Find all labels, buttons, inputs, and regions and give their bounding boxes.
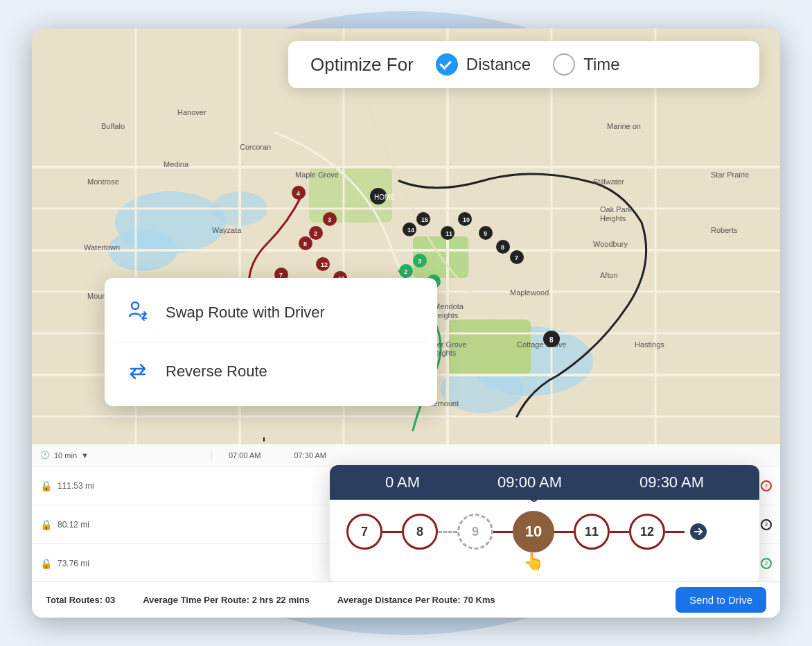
- svg-text:HOME: HOME: [374, 193, 395, 201]
- optimize-panel: Optimize For Distance Time: [288, 41, 759, 88]
- timeline-time-1: 09:00 AM: [497, 473, 562, 491]
- time-radio: [553, 53, 575, 76]
- svg-text:Afton: Afton: [600, 271, 618, 279]
- svg-text:Hastings: Hastings: [635, 340, 664, 349]
- svg-text:8: 8: [549, 336, 554, 344]
- timeline-panel: 0 AM 09:00 AM 09:30 AM 7 8 9: [330, 465, 759, 583]
- main-container: Buffalo Hanover Montrose Medina Corcoran…: [32, 28, 780, 618]
- swap-route-label: Swap Route with Driver: [166, 304, 325, 322]
- svg-text:3: 3: [328, 216, 331, 223]
- svg-text:Stillwater: Stillwater: [593, 177, 624, 186]
- svg-text:14: 14: [407, 227, 414, 234]
- avg-time-value: 2 hrs 22 mins: [252, 595, 310, 605]
- swap-route-item[interactable]: Swap Route with Driver: [105, 283, 437, 342]
- avg-dist-value: 70 Kms: [463, 595, 495, 605]
- optimize-label: Optimize For: [310, 54, 414, 76]
- send-to-drive-button[interactable]: Send to Drive: [676, 587, 766, 613]
- avg-time-stat: Average Time Per Route: 2 hrs 22 mins: [143, 595, 310, 605]
- outer-circle: Buffalo Hanover Montrose Medina Corcoran…: [32, 11, 780, 635]
- timeline-header: 0 AM 09:00 AM 09:30 AM: [330, 465, 759, 500]
- ts-end-arrow: [690, 523, 707, 540]
- duration-label: 10 min: [54, 451, 77, 460]
- svg-text:2: 2: [314, 230, 317, 237]
- svg-text:Corcoran: Corcoran: [240, 143, 271, 151]
- svg-point-97: [132, 302, 139, 309]
- stop-2: 2: [761, 480, 772, 491]
- timeline-stop-12: 12: [629, 514, 665, 550]
- timeline-body: 7 8 9 10 ↺: [330, 500, 759, 564]
- time-slot-1: 07:00 AM: [229, 451, 261, 460]
- lock-icon-1: 🔒: [40, 480, 52, 491]
- lock-icon-2: 🔒: [40, 519, 52, 530]
- total-routes-value: 03: [105, 595, 115, 605]
- ts-line: [610, 531, 629, 533]
- lock-icon-3: 🔒: [40, 558, 52, 569]
- avg-dist-label: Average Distance Per Route:: [337, 595, 461, 605]
- svg-text:3: 3: [418, 258, 421, 265]
- ts-line: [493, 531, 513, 533]
- timeline-stops: 7 8 9 10 ↺: [346, 511, 743, 552]
- svg-text:Heights: Heights: [600, 214, 626, 222]
- timeline-stop-7: 7: [346, 514, 382, 550]
- reverse-icon: [124, 358, 152, 385]
- svg-text:Medina: Medina: [164, 160, 189, 168]
- svg-text:8: 8: [501, 244, 504, 251]
- svg-text:Wayzata: Wayzata: [212, 226, 242, 234]
- svg-text:Buffalo: Buffalo: [101, 122, 125, 130]
- distance-radio: [436, 53, 458, 76]
- reverse-route-item[interactable]: Reverse Route: [105, 342, 437, 401]
- total-routes-stat: Total Routes: 03: [46, 595, 115, 605]
- swap-icon: [124, 299, 152, 326]
- total-routes-label: Total Routes:: [46, 595, 103, 605]
- stop-10-label: 10: [525, 523, 542, 541]
- svg-text:Star Prairie: Star Prairie: [711, 171, 749, 179]
- svg-text:11: 11: [445, 230, 452, 237]
- timeline-stop-11: 11: [574, 514, 610, 550]
- svg-text:Woodbury: Woodbury: [593, 240, 628, 248]
- svg-text:4: 4: [297, 190, 300, 197]
- avg-dist-stat: Average Distance Per Route: 70 Kms: [337, 595, 495, 605]
- ts-line: [554, 531, 574, 533]
- svg-text:12: 12: [321, 261, 328, 268]
- chevron-icon: ▼: [81, 451, 89, 460]
- ts-line: [382, 531, 402, 533]
- svg-text:8: 8: [303, 241, 307, 247]
- svg-text:Marine on: Marine on: [607, 122, 641, 130]
- svg-text:Hanover: Hanover: [177, 108, 206, 116]
- context-menu: Swap Route with Driver Reverse Route: [105, 278, 437, 406]
- stop-2: 2: [761, 558, 772, 569]
- footer-bar: Total Routes: 03 Average Time Per Route:…: [32, 582, 780, 618]
- svg-text:7: 7: [515, 254, 518, 261]
- timeline-stop-9: 9: [457, 514, 493, 550]
- stop-2: 2: [761, 519, 772, 530]
- svg-text:15: 15: [421, 216, 428, 223]
- svg-text:10: 10: [463, 216, 470, 223]
- svg-text:Roberts: Roberts: [711, 226, 738, 234]
- svg-text:Watertown: Watertown: [84, 243, 120, 252]
- optimize-distance-option[interactable]: Distance: [436, 53, 531, 76]
- time-label: Time: [583, 55, 619, 74]
- timeline-stop-10: 10 ↺ 👆: [513, 511, 554, 552]
- reverse-route-label: Reverse Route: [166, 363, 267, 381]
- time-slot-2: 07:30 AM: [294, 451, 326, 460]
- timeline-stop-8: 8: [402, 514, 438, 550]
- optimize-time-option[interactable]: Time: [553, 53, 619, 76]
- svg-text:Montrose: Montrose: [87, 177, 119, 186]
- svg-text:Maple Grove: Maple Grove: [295, 171, 339, 179]
- timeline-time-2: 09:30 AM: [639, 473, 704, 491]
- svg-text:9: 9: [484, 230, 487, 237]
- clock-icon: 🕐: [40, 451, 50, 460]
- svg-text:Maplewood: Maplewood: [510, 288, 549, 297]
- timeline-time-0: 0 AM: [385, 473, 420, 491]
- distance-label: Distance: [466, 55, 531, 74]
- avg-time-label: Average Time Per Route:: [143, 595, 249, 605]
- svg-text:2: 2: [404, 268, 407, 275]
- svg-text:Mendota: Mendota: [434, 302, 464, 311]
- ts-dashed-line: [438, 531, 457, 533]
- ts-line: [665, 531, 685, 533]
- svg-text:Oak Park: Oak Park: [600, 205, 632, 213]
